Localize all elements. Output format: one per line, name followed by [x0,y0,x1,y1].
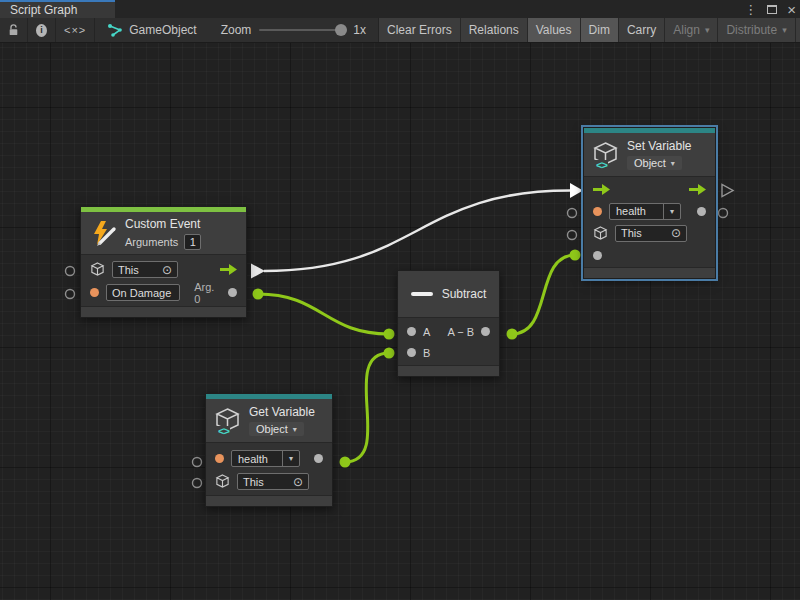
dim-toggle[interactable]: Dim [581,18,619,42]
event-name-field[interactable]: On Damage [106,284,180,301]
event-port[interactable] [90,288,99,297]
this-target-field[interactable]: This ⊙ [237,473,309,490]
flow-wire-start-arrow-icon [251,264,265,279]
cube-icon [215,474,230,489]
window-controls: ⋮ × [744,0,796,18]
object-picker-icon[interactable]: ⊙ [671,227,681,239]
zoom-value: 1x [353,23,366,37]
chevron-down-icon: ▾ [782,25,787,35]
value-output-port[interactable] [697,207,706,216]
outer-port [66,267,75,276]
relations-button[interactable]: Relations [461,18,528,42]
lock-icon [8,23,19,37]
arg0-label: Arg. 0 [194,281,221,305]
outer-port [719,209,728,218]
object-picker-icon[interactable]: ⊙ [162,264,172,276]
toolbar-toggles: Clear Errors Relations Values Dim Carry … [378,18,800,42]
zoom-control: Zoom 1x [211,18,376,42]
close-icon[interactable]: × [787,2,796,17]
flow-output-arrow-icon[interactable] [689,184,706,195]
outer-port [568,209,577,218]
flow-input-arrow-icon[interactable] [593,184,610,195]
variable-kind-dropdown[interactable]: Object ▾ [627,156,682,170]
node-title: Subtract [442,287,487,301]
flow-wire-end-arrow-icon [570,183,583,198]
graph-toolbar: i <×> GameObject Zoom 1x Clear Errors Re… [0,18,800,43]
cube-icon [593,226,608,241]
align-dropdown[interactable]: Align▾ [665,18,718,42]
info-icon: i [36,24,47,37]
arguments-label: Arguments [125,236,178,248]
variable-name-dropdown[interactable]: health ▾ [609,203,681,220]
chevron-down-icon: ▾ [663,204,680,219]
zoom-label: Zoom [221,23,252,37]
node-set-variable[interactable]: <> Set Variable Object ▾ [583,127,716,279]
flow-wire [264,191,570,272]
chevron-down-icon: ▾ [293,425,297,434]
code-view-button[interactable]: <×> [56,18,95,42]
flow-output-arrow-icon[interactable] [220,264,237,275]
tab-title: Script Graph [10,3,77,17]
arguments-input[interactable]: 1 [184,234,201,250]
this-target-field[interactable]: This ⊙ [112,261,178,278]
object-picker-icon[interactable]: ⊙ [293,476,303,488]
variable-name-dropdown[interactable]: health ▾ [231,450,300,467]
window-menu-icon[interactable]: ⋮ [744,3,757,16]
variable-angle-icon: <> [217,426,230,437]
script-graph-window: Script Graph ⋮ × i <×> [0,0,800,600]
outer-flow-port [722,185,733,197]
value-wire-arg-to-a [258,294,389,334]
node-get-variable[interactable]: <> Get Variable Object ▾ health ▾ [205,393,333,507]
code-icon: <×> [64,24,86,36]
node-footer [584,267,715,278]
overview-button[interactable]: Overv [796,18,800,42]
distribute-dropdown[interactable]: Distribute▾ [718,18,795,42]
subtract-icon [411,292,433,296]
node-subtract[interactable]: Subtract A A − B B [397,270,500,377]
outer-port [193,458,202,467]
zoom-slider-knob[interactable] [335,24,347,36]
graph-canvas[interactable]: Custom Event Arguments 1 This ⊙ [0,43,800,600]
node-title: Custom Event [125,217,200,231]
chevron-down-icon: ▾ [671,159,675,168]
graph-pointer-icon [107,23,123,38]
arg0-output-port[interactable] [228,288,237,297]
maximize-icon[interactable] [767,5,777,14]
cube-icon [90,262,105,277]
chevron-down-icon: ▾ [705,25,710,35]
value-wire-sub-to-set [512,255,575,334]
clear-errors-button[interactable]: Clear Errors [379,18,461,42]
input-a-port[interactable] [407,327,416,336]
input-a-label: A [423,326,430,338]
variable-name-port[interactable] [215,454,224,463]
chevron-down-icon: ▾ [282,451,299,466]
zoom-slider[interactable] [259,29,345,31]
tab-script-graph[interactable]: Script Graph [0,0,115,18]
this-target-field[interactable]: This ⊙ [615,225,687,242]
info-button[interactable]: i [28,18,56,42]
custom-event-icon [89,219,117,247]
input-b-label: B [423,347,430,359]
output-label: A − B [447,326,474,338]
node-title: Set Variable [627,139,691,153]
variable-angle-icon: <> [595,160,608,171]
variable-kind-dropdown[interactable]: Object ▾ [249,422,304,436]
outer-port [66,290,75,299]
carry-toggle[interactable]: Carry [619,18,665,42]
values-toggle[interactable]: Values [528,18,581,42]
tab-bar: Script Graph ⋮ × [0,0,800,18]
outer-port [193,479,202,488]
outer-port [568,231,577,240]
gameobject-context[interactable]: GameObject [95,18,210,42]
node-footer [398,365,499,376]
lock-button[interactable] [0,18,28,42]
value-output-port[interactable] [314,454,323,463]
new-value-input-port[interactable] [593,251,602,260]
node-title: Get Variable [249,405,315,419]
variable-name-port[interactable] [593,207,602,216]
gameobject-label: GameObject [129,23,196,37]
node-custom-event[interactable]: Custom Event Arguments 1 This ⊙ [80,206,247,318]
result-output-port[interactable] [481,327,490,336]
input-b-port[interactable] [407,348,416,357]
node-footer [81,306,246,317]
